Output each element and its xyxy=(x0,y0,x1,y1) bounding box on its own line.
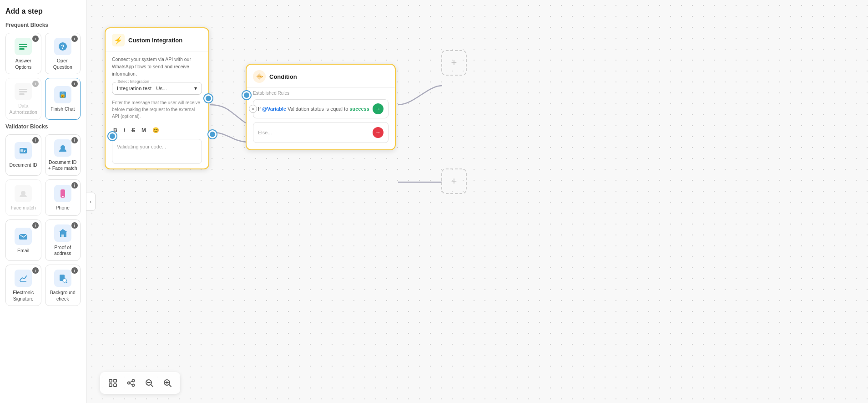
monospace-button[interactable]: M xyxy=(140,126,147,134)
italic-button[interactable]: I xyxy=(122,126,126,134)
data-authorization-label: Data Authorization xyxy=(8,103,39,115)
canvas-area: ⚡ Custom integration Connect your system… xyxy=(86,0,868,403)
block-background-check[interactable]: i Background check xyxy=(45,265,81,306)
electronic-signature-label: Electronic Signature xyxy=(8,290,39,302)
block-data-authorization[interactable]: i Data Authorization xyxy=(5,78,41,119)
open-question-label: Open Question xyxy=(47,58,79,70)
canvas-toolbar xyxy=(100,372,180,394)
svg-rect-27 xyxy=(114,384,116,387)
block-face-match[interactable]: Face match xyxy=(5,179,41,216)
select-integration-wrapper[interactable]: Select Integration Integration test - Us… xyxy=(112,82,202,95)
else-arrow-button[interactable]: → xyxy=(373,127,384,138)
info-badge-em: i xyxy=(32,222,39,229)
rule-arrow-button[interactable]: → xyxy=(373,103,384,114)
strikethrough-button[interactable]: S xyxy=(130,126,136,134)
face-match-icon xyxy=(15,185,32,202)
answer-options-icon xyxy=(15,38,32,55)
rule-variable-name: Validation status xyxy=(288,106,325,112)
svg-rect-6 xyxy=(19,91,27,92)
plus-node-top[interactable]: + xyxy=(441,50,467,76)
block-phone[interactable]: i Phone xyxy=(45,179,81,216)
rule-close-button[interactable]: ✕ xyxy=(249,105,257,113)
svg-rect-12 xyxy=(24,150,26,151)
svg-rect-7 xyxy=(19,93,25,95)
rule-variable: @Variable xyxy=(262,106,288,112)
plus-node-bottom[interactable]: + xyxy=(441,168,467,194)
svg-rect-1 xyxy=(19,46,27,47)
svg-point-30 xyxy=(132,384,135,387)
rule-operator: is equal to xyxy=(325,106,349,112)
svg-rect-0 xyxy=(19,44,27,45)
fit-screen-button[interactable] xyxy=(106,376,120,390)
condition-header: Condition xyxy=(247,65,395,88)
block-proof-of-address[interactable]: i Proof of address xyxy=(45,219,81,261)
svg-line-32 xyxy=(130,383,132,385)
sidebar-collapse-button[interactable]: ‹ xyxy=(86,193,96,211)
rule-value: success xyxy=(349,106,369,112)
condition-card: Condition Established Rules ✕ If @Variab… xyxy=(246,64,396,150)
document-id-icon xyxy=(15,142,32,159)
svg-point-29 xyxy=(128,382,130,384)
condition-title: Condition xyxy=(269,73,297,80)
info-badge-da: i xyxy=(32,81,39,87)
svg-point-28 xyxy=(132,380,135,382)
svg-line-31 xyxy=(130,381,132,383)
svg-text:?: ? xyxy=(61,43,65,50)
frequent-blocks-grid: i Answer Options i ? Open Question i Dat… xyxy=(5,33,81,120)
svg-rect-5 xyxy=(19,89,27,90)
sidebar-title: Add a step xyxy=(5,7,81,15)
text-editor-toolbar: B I S M 😊 xyxy=(112,124,202,136)
input-connector-dot xyxy=(108,132,116,140)
svg-rect-2 xyxy=(19,48,25,50)
card-body: Connect your system via API with our Wha… xyxy=(106,51,208,168)
svg-rect-17 xyxy=(62,196,64,197)
custom-integration-card: ⚡ Custom integration Connect your system… xyxy=(105,27,209,169)
card-hint: Enter the message that the user will rec… xyxy=(112,99,202,120)
else-label: Else... xyxy=(258,130,272,135)
document-id-label: Document ID xyxy=(10,162,37,168)
svg-rect-26 xyxy=(109,384,112,387)
svg-line-23 xyxy=(66,282,67,283)
block-document-id-face[interactable]: i Document ID + Face match xyxy=(45,134,81,176)
condition-icon xyxy=(253,70,266,83)
share-button[interactable] xyxy=(124,376,138,390)
electronic-signature-icon xyxy=(15,270,32,287)
card-description: Connect your system via API with our Wha… xyxy=(112,56,202,77)
svg-rect-24 xyxy=(109,379,112,382)
custom-integration-icon: ⚡ xyxy=(112,34,125,46)
svg-line-35 xyxy=(151,385,153,387)
phone-label: Phone xyxy=(56,205,70,211)
block-email[interactable]: i Email xyxy=(5,219,41,261)
block-finish-chat[interactable]: i 🔒 Finish Chat xyxy=(45,78,81,119)
exit-connector-dot xyxy=(208,130,217,138)
block-answer-options[interactable]: i Answer Options xyxy=(5,33,41,74)
info-badge-es: i xyxy=(32,267,39,274)
svg-rect-25 xyxy=(114,379,116,382)
text-area[interactable]: Validating your code... xyxy=(112,139,202,164)
email-label: Email xyxy=(17,248,29,254)
info-badge-ph: i xyxy=(71,182,78,189)
info-badge-fc: i xyxy=(71,81,78,87)
document-id-face-icon xyxy=(54,139,71,157)
background-check-label: Background check xyxy=(47,290,79,302)
frequent-section-title: Frequent Blocks xyxy=(5,22,81,28)
open-question-icon: ? xyxy=(54,38,71,55)
zoom-out-button[interactable] xyxy=(142,376,156,390)
svg-rect-11 xyxy=(20,149,23,152)
document-id-face-label: Document ID + Face match xyxy=(47,159,79,172)
condition-input-dot xyxy=(242,91,251,99)
answer-options-label: Answer Options xyxy=(8,58,39,70)
block-electronic-signature[interactable]: i Electronic Signature xyxy=(5,265,41,306)
info-badge-didf: i xyxy=(71,137,78,143)
info-badge-did: i xyxy=(32,137,39,143)
emoji-button[interactable]: 😊 xyxy=(151,126,161,134)
proof-of-address-icon xyxy=(54,224,71,242)
face-match-label: Face match xyxy=(11,205,36,211)
sidebar: Add a step Frequent Blocks i Answer Opti… xyxy=(0,0,86,403)
select-value: Integration test - Us... ▾ xyxy=(117,85,197,92)
block-document-id[interactable]: i Document ID xyxy=(5,134,41,176)
block-open-question[interactable]: i ? Open Question xyxy=(45,33,81,74)
validator-blocks-grid: i Document ID i Document ID + Face match… xyxy=(5,134,81,306)
zoom-in-button[interactable] xyxy=(160,376,175,390)
established-rules-label: Established Rules xyxy=(247,88,395,96)
